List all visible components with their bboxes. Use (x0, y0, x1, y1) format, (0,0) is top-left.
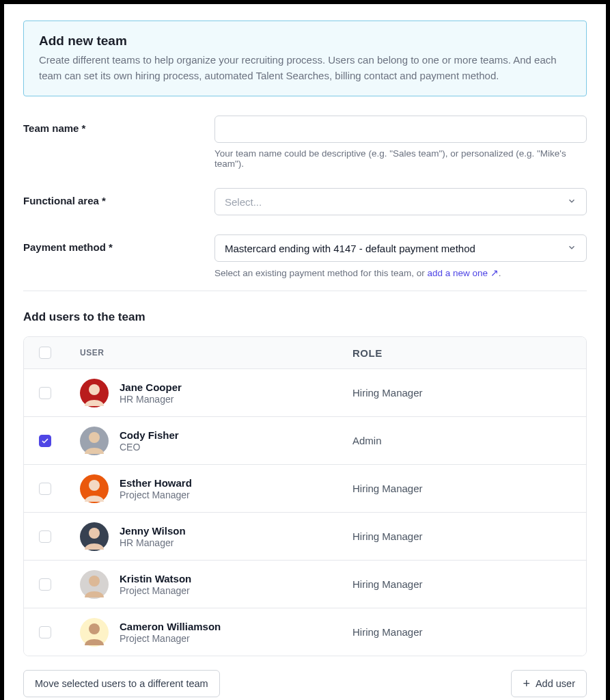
users-section-title: Add users to the team (23, 310, 587, 324)
table-row: Esther Howard Project Manager Hiring Man… (24, 464, 586, 512)
row-checkbox[interactable] (39, 435, 51, 447)
user-name: Jane Cooper (120, 381, 182, 393)
svg-point-3 (89, 432, 100, 443)
user-title: Project Manager (120, 489, 192, 500)
avatar (80, 570, 109, 599)
user-name: Cody Fisher (120, 429, 179, 441)
actions-bar: Move selected users to a different team … (23, 670, 587, 697)
payment-method-row: Payment method * Mastercard ending with … (23, 234, 587, 278)
avatar (80, 618, 109, 647)
avatar (80, 379, 109, 407)
payment-method-select[interactable]: Mastercard ending with 4147 - default pa… (214, 234, 587, 262)
svg-point-7 (89, 528, 100, 539)
table-row: Jane Cooper HR Manager Hiring Manager (24, 368, 586, 416)
svg-point-9 (89, 576, 100, 587)
functional-area-row: Functional area * Select... (23, 188, 587, 215)
user-role: Hiring Manager (352, 626, 571, 638)
table-row: Cody Fisher CEO Admin (24, 416, 586, 464)
svg-point-11 (89, 623, 100, 634)
payment-method-selected: Mastercard ending with 4147 - default pa… (225, 243, 475, 254)
user-role: Hiring Manager (352, 387, 571, 399)
team-name-row: Team name * Your team name could be desc… (23, 116, 587, 169)
move-users-button[interactable]: Move selected users to a different team (23, 670, 220, 697)
payment-method-hint: Select an existing payment method for th… (214, 267, 587, 278)
user-title: HR Manager (120, 394, 182, 405)
header-user: USER (80, 348, 104, 358)
add-user-button[interactable]: + Add user (511, 670, 587, 697)
select-all-checkbox[interactable] (39, 347, 51, 359)
avatar (80, 427, 109, 455)
user-role: Hiring Manager (352, 578, 571, 590)
user-name: Jenny Wilson (120, 525, 186, 537)
svg-point-5 (89, 480, 100, 491)
row-checkbox[interactable] (39, 626, 51, 638)
add-team-panel: Add new team Create different teams to h… (4, 4, 606, 700)
info-title: Add new team (39, 33, 571, 49)
info-box: Add new team Create different teams to h… (23, 21, 587, 96)
functional-area-select[interactable]: Select... (214, 188, 587, 215)
chevron-down-icon (567, 243, 577, 254)
payment-method-label: Payment method * (23, 234, 214, 253)
team-name-input[interactable] (214, 116, 587, 143)
table-row: Kristin Watson Project Manager Hiring Ma… (24, 560, 586, 608)
user-name: Esther Howard (120, 477, 192, 489)
row-checkbox[interactable] (39, 483, 51, 495)
info-description: Create different teams to help organize … (39, 53, 571, 83)
row-checkbox[interactable] (39, 578, 51, 591)
divider (23, 291, 587, 291)
user-title: HR Manager (120, 537, 186, 548)
team-name-label: Team name * (23, 116, 214, 134)
user-role: Admin (352, 435, 571, 446)
functional-area-placeholder: Select... (225, 196, 262, 208)
user-role: Hiring Manager (352, 530, 571, 542)
user-name: Cameron Williamson (120, 621, 221, 632)
row-checkbox[interactable] (39, 387, 51, 399)
user-role: Hiring Manager (352, 483, 571, 494)
user-title: Project Manager (120, 585, 191, 596)
row-checkbox[interactable] (39, 530, 51, 543)
table-row: Cameron Williamson Project Manager Hirin… (24, 608, 586, 656)
avatar (80, 522, 109, 551)
user-name: Kristin Watson (120, 573, 191, 584)
add-payment-link[interactable]: add a new one ↗ (427, 268, 498, 278)
users-table-header: USER ROLE (24, 337, 586, 368)
users-table: USER ROLE Jane Cooper HR Manager Hiring … (23, 336, 587, 656)
user-title: CEO (120, 442, 179, 453)
svg-point-1 (89, 384, 100, 395)
chevron-down-icon (567, 196, 577, 208)
team-name-hint: Your team name could be descriptive (e.g… (214, 148, 587, 169)
avatar (80, 474, 109, 503)
table-row: Jenny Wilson HR Manager Hiring Manager (24, 512, 586, 560)
user-title: Project Manager (120, 633, 221, 644)
header-role: ROLE (352, 347, 383, 359)
functional-area-label: Functional area * (23, 188, 214, 206)
